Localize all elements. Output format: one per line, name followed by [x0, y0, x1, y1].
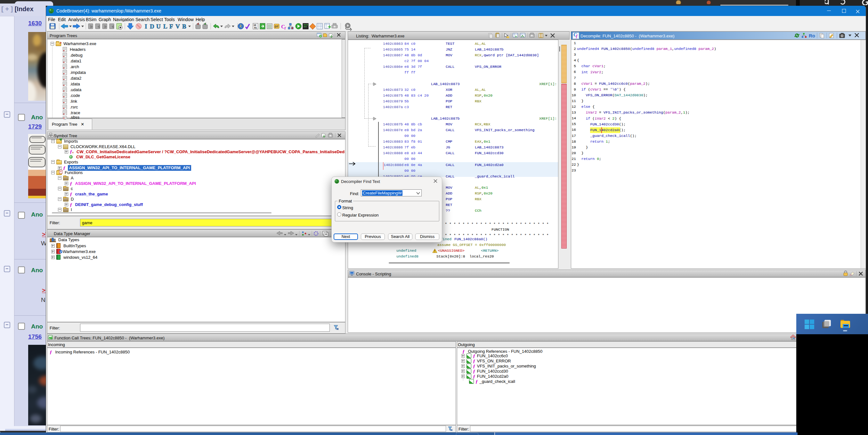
- svg-text:10: 10: [254, 24, 256, 26]
- svg-text:f: f: [285, 26, 286, 30]
- svg-text:B: B: [182, 23, 186, 30]
- svg-text:F: F: [169, 23, 173, 30]
- svg-text:01: 01: [254, 27, 257, 29]
- svg-text:U: U: [156, 23, 161, 30]
- svg-text:D: D: [150, 23, 154, 30]
- svg-text:DT: DT: [275, 25, 279, 28]
- svg-text:L: L: [163, 23, 167, 30]
- svg-text:Ro: Ro: [809, 33, 815, 38]
- svg-text:!: !: [434, 249, 435, 253]
- svg-text:I: I: [145, 23, 147, 30]
- svg-text:V: V: [176, 23, 180, 30]
